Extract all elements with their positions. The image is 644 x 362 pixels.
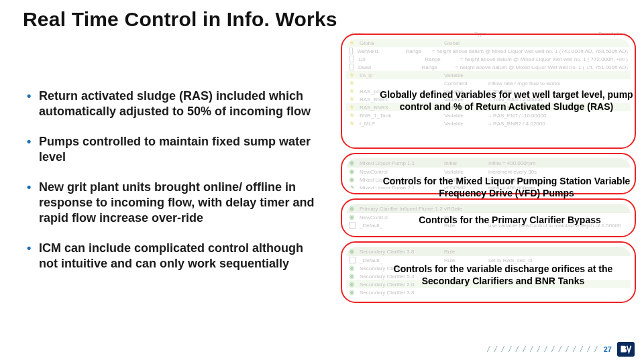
footer: / / / / / / / / / / / / / / / / 27 xyxy=(487,342,635,357)
callout-vfd-pumps: Controls for the Mixed Liquor Pumping St… xyxy=(376,176,637,199)
callout-global-variables: Globally defined variables for wet well … xyxy=(376,89,637,113)
callout-primary-clarifier: Controls for the Primary Clarifier Bypas… xyxy=(389,215,631,227)
bv-logo xyxy=(617,342,635,357)
bv-logo-icon xyxy=(620,345,632,354)
bullet-list: Return activated sludge (RAS) included w… xyxy=(27,88,315,286)
slide: Real Time Control in Info. Works Return … xyxy=(0,0,644,362)
bullet-item: New grit plant units brought online/ off… xyxy=(27,180,315,226)
bullet-item: Pumps controlled to maintain fixed sump … xyxy=(27,134,315,165)
slide-title: Real Time Control in Info. Works xyxy=(23,8,337,31)
callout-secondary-clarifiers: Controls for the variable discharge orif… xyxy=(369,263,637,287)
hatch-decoration: / / / / / / / / / / / / / / / / xyxy=(487,345,598,354)
bullet-item: ICM can include complicated control alth… xyxy=(27,241,315,272)
page-number: 27 xyxy=(604,345,612,353)
bullet-item: Return activated sludge (RAS) included w… xyxy=(27,88,315,119)
